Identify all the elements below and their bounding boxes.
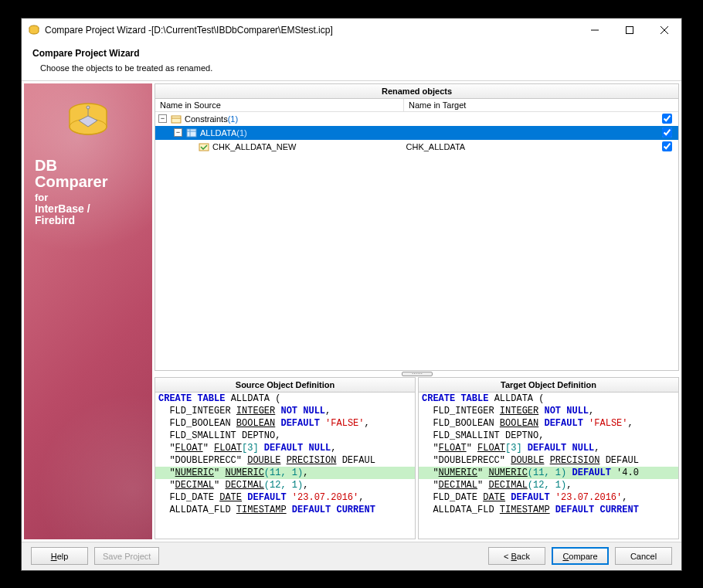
code-line: "NUMERIC" NUMERIC(11, 1), bbox=[155, 467, 415, 479]
code-line: ALLDATA_FLD TIMESTAMP DEFAULT CURRENT bbox=[155, 504, 415, 516]
cancel-button[interactable]: Cancel bbox=[615, 547, 672, 565]
col-target[interactable]: Name in Target bbox=[404, 99, 652, 112]
back-button[interactable]: < Back bbox=[488, 547, 545, 565]
wizard-subtitle: Choose the objects to be treated as rena… bbox=[40, 63, 671, 73]
code-line: ALLDATA_FLD TIMESTAMP DEFAULT CURRENT bbox=[419, 504, 678, 516]
code-line: FLD_DATE DATE DEFAULT '23.07.2016', bbox=[155, 491, 415, 504]
code-line: "DOUBLEPRECC" DOUBLE PRECISION DEFAUL bbox=[419, 454, 678, 467]
product-name: DB Comparer for InterBase / Firebird bbox=[24, 158, 152, 227]
code-line: FLD_DATE DATE DEFAULT '23.07.2016', bbox=[419, 491, 678, 504]
code-line: FLD_SMALLINT DEPTNO, bbox=[155, 430, 415, 442]
svg-rect-11 bbox=[187, 129, 196, 137]
tree-row-alldata[interactable]: − ALLDATA (1) bbox=[155, 126, 678, 140]
tree-target-label: CHK_ALLDATA bbox=[405, 142, 656, 151]
tree-header: Name in Source Name in Target bbox=[155, 99, 679, 112]
tree-row-chk-alldata[interactable]: CHK_ALLDATA_NEW CHK_ALLDATA bbox=[155, 140, 678, 154]
wizard-title: Compare Project Wizard bbox=[32, 48, 671, 59]
code-line: "DOUBLEPRECC" DOUBLE PRECISION DEFAUL bbox=[155, 454, 415, 467]
svg-point-8 bbox=[87, 106, 90, 109]
help-button[interactable]: Help bbox=[31, 547, 88, 565]
close-button[interactable] bbox=[647, 19, 681, 42]
app-icon bbox=[28, 24, 40, 36]
sidebar: DB Comparer for InterBase / Firebird bbox=[24, 83, 152, 539]
row-checkbox[interactable] bbox=[662, 114, 672, 124]
splitter-grip-icon: ⋯⋯ bbox=[402, 372, 433, 376]
code-line: "DECIMAL" DECIMAL(12, 1), bbox=[155, 479, 415, 491]
compare-button[interactable]: Compare bbox=[552, 547, 609, 565]
renamed-objects-header: Renamed objects bbox=[155, 83, 679, 99]
code-line: CREATE TABLE ALLDATA ( bbox=[155, 393, 415, 405]
code-line: "NUMERIC" NUMERIC(11, 1) DEFAULT '4.0 bbox=[419, 467, 678, 479]
footer: Help Save Project < Back Compare Cancel bbox=[22, 542, 681, 570]
constraint-icon bbox=[198, 141, 210, 153]
titlebar[interactable]: Compare Project Wizard -[D:\CurrentTest\… bbox=[22, 19, 681, 42]
row-checkbox[interactable] bbox=[662, 127, 672, 138]
collapse-icon[interactable]: − bbox=[174, 128, 182, 137]
code-line: FLD_SMALLINT DEPTNO, bbox=[419, 430, 678, 442]
tree-label: Constraints bbox=[185, 114, 228, 124]
code-line: FLD_INTEGER INTEGER NOT NULL, bbox=[155, 405, 415, 417]
content-area: DB Comparer for InterBase / Firebird Ren… bbox=[22, 80, 681, 542]
tree-label: ALLDATA bbox=[200, 128, 236, 138]
save-project-button[interactable]: Save Project bbox=[94, 547, 159, 565]
table-icon bbox=[185, 127, 198, 139]
source-def-header: Source Object Definition bbox=[155, 377, 416, 393]
code-line: FLD_BOOLEAN BOOLEAN DEFAULT 'FALSE', bbox=[155, 417, 415, 430]
collapse-icon[interactable]: − bbox=[158, 114, 167, 123]
source-def-code[interactable]: CREATE TABLE ALLDATA ( FLD_INTEGER INTEG… bbox=[155, 393, 416, 539]
window-title: Compare Project Wizard -[D:\CurrentTest\… bbox=[45, 25, 577, 36]
svg-rect-2 bbox=[626, 26, 633, 33]
code-line: "FLOAT" FLOAT[3] DEFAULT NULL, bbox=[155, 442, 415, 454]
tree-label: CHK_ALLDATA_NEW bbox=[212, 142, 296, 151]
product-logo bbox=[63, 97, 113, 147]
tree-row-constraints[interactable]: − Constraints (1) bbox=[155, 112, 678, 126]
svg-rect-9 bbox=[172, 116, 181, 123]
tree-area[interactable]: − Constraints (1) − ALLDATA (1) bbox=[155, 112, 679, 371]
row-checkbox[interactable] bbox=[662, 141, 672, 151]
horizontal-splitter[interactable]: ⋯⋯ bbox=[155, 371, 679, 377]
target-def-header: Target Object Definition bbox=[418, 377, 679, 393]
maximize-button[interactable] bbox=[612, 19, 647, 42]
definition-panels: Source Object Definition CREATE TABLE AL… bbox=[155, 377, 679, 539]
wizard-window: Compare Project Wizard -[D:\CurrentTest\… bbox=[21, 18, 682, 571]
col-source[interactable]: Name in Source bbox=[155, 99, 404, 112]
minimize-button[interactable] bbox=[577, 19, 612, 42]
constraints-icon bbox=[170, 113, 182, 125]
code-line: FLD_INTEGER INTEGER NOT NULL, bbox=[419, 405, 678, 417]
code-line: "DECIMAL" DECIMAL(12, 1), bbox=[419, 479, 678, 491]
target-def-code[interactable]: CREATE TABLE ALLDATA ( FLD_INTEGER INTEG… bbox=[418, 393, 679, 539]
code-line: CREATE TABLE ALLDATA ( bbox=[419, 393, 678, 405]
main-panel: Renamed objects Name in Source Name in T… bbox=[155, 83, 679, 539]
wizard-header: Compare Project Wizard Choose the object… bbox=[22, 42, 681, 80]
code-line: "FLOAT" FLOAT[3] DEFAULT NULL, bbox=[419, 442, 678, 454]
code-line: FLD_BOOLEAN BOOLEAN DEFAULT 'FALSE', bbox=[419, 417, 678, 430]
